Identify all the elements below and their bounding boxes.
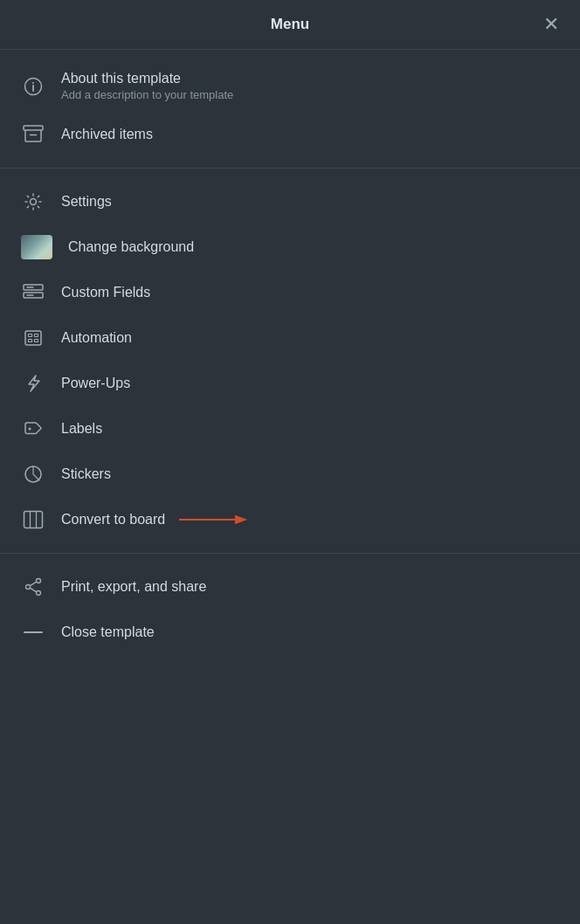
close-button[interactable]: ✕ xyxy=(540,11,563,38)
svg-rect-14 xyxy=(35,340,38,342)
convert-to-board-content: Convert to board xyxy=(61,511,249,528)
power-ups-label: Power-Ups xyxy=(61,376,130,391)
svg-point-2 xyxy=(32,82,34,84)
menu-item-change-background[interactable]: Change background xyxy=(0,224,580,270)
archive-icon xyxy=(21,122,45,147)
about-template-sublabel: Add a description to your template xyxy=(61,88,233,101)
labels-icon xyxy=(21,417,45,441)
close-icon: ✕ xyxy=(543,13,559,35)
change-background-content: Change background xyxy=(68,239,194,255)
stickers-content: Stickers xyxy=(61,466,111,482)
close-template-label: Close template xyxy=(61,624,155,640)
gear-icon xyxy=(21,190,45,214)
svg-point-22 xyxy=(37,579,41,583)
svg-marker-21 xyxy=(235,515,247,525)
menu-item-print-export-share[interactable]: Print, export, and share xyxy=(0,564,580,610)
about-template-label: About this template xyxy=(61,71,233,86)
custom-fields-icon xyxy=(21,280,45,305)
svg-rect-10 xyxy=(25,331,41,345)
menu-title: Menu xyxy=(271,16,309,33)
share-icon xyxy=(21,575,45,599)
print-export-share-content: Print, export, and share xyxy=(61,579,206,595)
svg-line-26 xyxy=(30,588,36,592)
print-export-share-label: Print, export, and share xyxy=(61,579,206,595)
settings-content: Settings xyxy=(61,194,112,210)
svg-point-15 xyxy=(29,428,31,431)
background-thumbnail xyxy=(21,235,52,259)
menu-item-custom-fields[interactable]: Custom Fields xyxy=(0,270,580,315)
svg-rect-17 xyxy=(24,512,43,528)
section-export: Print, export, and share Close template xyxy=(0,553,580,665)
svg-line-25 xyxy=(30,582,36,586)
automation-icon xyxy=(21,326,45,350)
svg-point-23 xyxy=(26,585,31,590)
stickers-label: Stickers xyxy=(61,466,111,482)
settings-label: Settings xyxy=(61,194,112,210)
convert-board-icon xyxy=(21,507,45,532)
menu-item-convert-to-board[interactable]: Convert to board xyxy=(0,497,580,542)
close-template-content: Close template xyxy=(61,624,155,640)
menu-item-about-template[interactable]: About this template Add a description to… xyxy=(0,60,580,112)
menu-item-automation[interactable]: Automation xyxy=(0,315,580,361)
power-ups-icon xyxy=(21,371,45,396)
custom-fields-content: Custom Fields xyxy=(61,285,150,300)
archived-items-content: Archived items xyxy=(61,127,153,142)
convert-to-board-label: Convert to board xyxy=(61,512,165,528)
svg-point-5 xyxy=(31,199,37,205)
menu-header: Menu ✕ xyxy=(0,0,580,50)
svg-rect-3 xyxy=(24,126,43,130)
labels-content: Labels xyxy=(61,421,102,437)
automation-content: Automation xyxy=(61,330,132,346)
menu-item-power-ups[interactable]: Power-Ups xyxy=(0,361,580,406)
about-template-content: About this template Add a description to… xyxy=(61,71,233,101)
labels-label: Labels xyxy=(61,421,102,437)
automation-label: Automation xyxy=(61,330,132,346)
svg-rect-12 xyxy=(35,334,38,337)
custom-fields-label: Custom Fields xyxy=(61,285,150,300)
power-ups-content: Power-Ups xyxy=(61,376,130,391)
menu-item-settings[interactable]: Settings xyxy=(0,179,580,224)
change-background-label: Change background xyxy=(68,239,194,255)
stickers-icon xyxy=(21,462,45,486)
menu-panel: Menu ✕ About this template Add a descrip… xyxy=(0,0,580,924)
close-template-icon xyxy=(21,620,45,645)
menu-item-labels[interactable]: Labels xyxy=(0,406,580,452)
archived-items-label: Archived items xyxy=(61,127,153,142)
menu-item-archived-items[interactable]: Archived items xyxy=(0,112,580,157)
section-info: About this template Add a description to… xyxy=(0,50,580,168)
svg-rect-11 xyxy=(29,334,32,337)
menu-item-close-template[interactable]: Close template xyxy=(0,610,580,655)
menu-item-stickers[interactable]: Stickers xyxy=(0,452,580,497)
arrow-indicator xyxy=(179,511,249,528)
section-tools: Settings Change background Custom Fields xyxy=(0,168,580,553)
svg-rect-13 xyxy=(29,340,32,342)
svg-point-24 xyxy=(37,591,41,596)
info-icon xyxy=(21,74,45,99)
